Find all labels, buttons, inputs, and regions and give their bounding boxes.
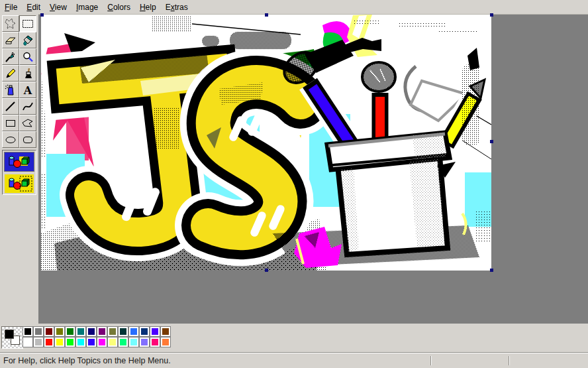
canvas-artwork xyxy=(41,15,491,271)
palette-color[interactable] xyxy=(160,337,171,347)
selection-transparency-options xyxy=(2,150,36,195)
palette-color[interactable] xyxy=(65,337,75,347)
palette-color[interactable] xyxy=(33,337,44,347)
eraser-button[interactable] xyxy=(2,32,19,48)
palette-color[interactable] xyxy=(107,337,118,347)
transparent-selection-icon xyxy=(5,174,34,193)
menu-item-edit[interactable]: Edit xyxy=(22,1,45,13)
tool-box: A xyxy=(0,14,38,324)
palette-color[interactable] xyxy=(65,326,75,337)
palette-color[interactable] xyxy=(150,337,160,347)
color-palette xyxy=(0,324,588,352)
palette-color[interactable] xyxy=(97,326,107,337)
pencil-button[interactable] xyxy=(2,65,19,82)
magnifier-button[interactable] xyxy=(19,48,36,65)
opaque-selection-icon xyxy=(5,153,34,171)
free-form-select-icon xyxy=(4,17,17,31)
palette-swatches xyxy=(23,326,172,347)
text-icon: A xyxy=(21,84,34,97)
rounded-rectangle-button[interactable] xyxy=(19,131,36,148)
palette-color[interactable] xyxy=(86,326,97,337)
rounded-rectangle-icon xyxy=(21,133,34,147)
canvas-resize-handle-top-left[interactable] xyxy=(40,13,44,17)
palette-color[interactable] xyxy=(118,326,128,337)
palette-color[interactable] xyxy=(150,326,160,337)
menu-item-help[interactable]: Help xyxy=(135,1,161,13)
fill-with-color-icon xyxy=(21,34,34,47)
palette-color[interactable] xyxy=(97,337,107,347)
airbrush-button[interactable] xyxy=(2,82,19,98)
eraser-icon xyxy=(4,34,17,47)
polygon-icon xyxy=(21,117,34,130)
opaque-selection-option[interactable] xyxy=(4,152,34,172)
status-message: For Help, click Help Topics on the Help … xyxy=(3,356,171,365)
status-divider xyxy=(509,356,509,365)
rectangle-button[interactable] xyxy=(2,115,19,131)
ellipse-icon xyxy=(4,133,17,147)
foreground-color-swatch xyxy=(5,330,14,339)
menu-item-colors[interactable]: Colors xyxy=(103,1,135,13)
menu-item-view[interactable]: View xyxy=(45,1,72,13)
canvas-resize-handle-top-middle[interactable] xyxy=(265,13,268,17)
palette-color[interactable] xyxy=(23,337,33,347)
curve-icon xyxy=(21,100,34,113)
palette-color[interactable] xyxy=(54,326,65,337)
transparent-selection-option[interactable] xyxy=(4,174,34,194)
rectangle-icon xyxy=(4,117,17,130)
menu-item-file[interactable]: File xyxy=(0,1,22,13)
select-icon xyxy=(21,17,34,31)
curve-button[interactable] xyxy=(19,98,36,115)
color-indicator[interactable] xyxy=(1,326,23,349)
brush-button[interactable] xyxy=(19,65,36,82)
airbrush-icon xyxy=(4,84,17,97)
menu-item-image[interactable]: Image xyxy=(72,1,103,13)
status-bar: For Help, click Help Topics on the Help … xyxy=(0,352,588,368)
menu-item-extras[interactable]: Extras xyxy=(161,1,193,13)
palette-color[interactable] xyxy=(54,337,65,347)
palette-color[interactable] xyxy=(23,326,33,337)
polygon-button[interactable] xyxy=(19,115,36,131)
status-divider xyxy=(430,356,431,365)
paint-app: FileEditViewImageColorsHelpExtras A xyxy=(0,0,588,368)
line-icon xyxy=(4,100,17,113)
palette-color[interactable] xyxy=(139,337,150,347)
palette-color[interactable] xyxy=(118,337,128,347)
line-button[interactable] xyxy=(2,98,19,115)
pencil-icon xyxy=(4,67,17,80)
letter-S xyxy=(207,82,301,238)
palette-color[interactable] xyxy=(86,337,97,347)
palette-color[interactable] xyxy=(107,326,118,337)
palette-color[interactable] xyxy=(75,326,86,337)
pick-color-icon xyxy=(4,50,17,64)
brush-icon xyxy=(21,67,34,80)
palette-color[interactable] xyxy=(44,326,54,337)
palette-color[interactable] xyxy=(128,337,139,347)
palette-color[interactable] xyxy=(160,326,171,337)
canvas-resize-handle-bottom-right[interactable] xyxy=(490,269,493,272)
palette-color[interactable] xyxy=(75,337,86,347)
magnifier-icon xyxy=(21,50,34,64)
palette-color[interactable] xyxy=(33,326,44,337)
ellipse-button[interactable] xyxy=(2,131,19,148)
select-button[interactable] xyxy=(19,15,36,32)
pick-color-button[interactable] xyxy=(2,48,19,65)
palette-color[interactable] xyxy=(139,326,150,337)
svg-text:A: A xyxy=(23,84,32,96)
canvas-resize-handle-bottom-middle[interactable] xyxy=(265,269,268,272)
free-form-select-button[interactable] xyxy=(2,15,19,32)
palette-color[interactable] xyxy=(44,337,54,347)
canvas[interactable] xyxy=(41,15,491,271)
tool-grid: A xyxy=(2,15,36,148)
menu-bar: FileEditViewImageColorsHelpExtras xyxy=(0,0,588,15)
text-button[interactable]: A xyxy=(19,82,36,98)
canvas-resize-handle-top-right[interactable] xyxy=(490,13,493,17)
canvas-resize-handle-right-middle[interactable] xyxy=(490,140,493,143)
palette-color[interactable] xyxy=(128,326,139,337)
fill-with-color-button[interactable] xyxy=(19,32,36,48)
